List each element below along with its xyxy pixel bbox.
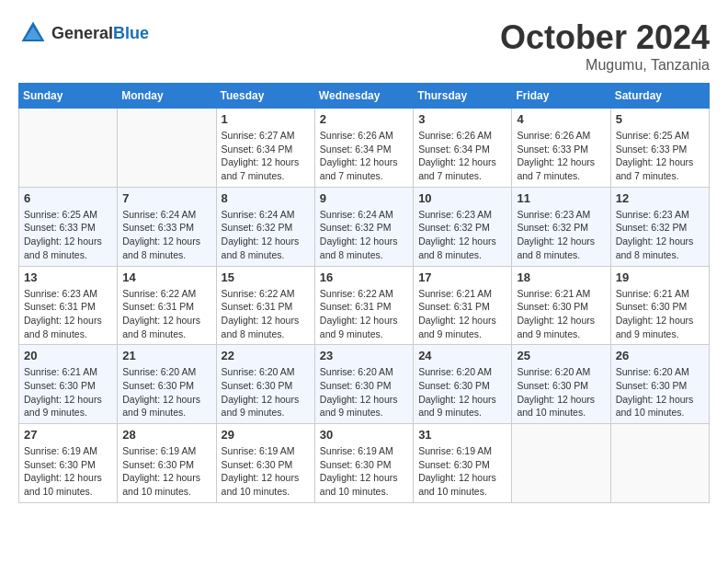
day-number: 9 [320,191,408,205]
weekday-header-tuesday: Tuesday [216,84,314,109]
calendar-day-cell: 26Sunrise: 6:20 AM Sunset: 6:30 PM Dayli… [610,345,709,424]
calendar-table: SundayMondayTuesdayWednesdayThursdayFrid… [18,83,710,503]
day-detail: Sunrise: 6:19 AM Sunset: 6:30 PM Dayligh… [122,444,210,499]
weekday-header-wednesday: Wednesday [314,84,413,109]
day-number: 28 [122,428,210,442]
day-detail: Sunrise: 6:23 AM Sunset: 6:32 PM Dayligh… [517,208,605,262]
day-number: 8 [222,191,310,205]
day-detail: Sunrise: 6:24 AM Sunset: 6:32 PM Dayligh… [222,208,310,262]
day-number: 25 [517,349,605,362]
day-detail: Sunrise: 6:21 AM Sunset: 6:30 PM Dayligh… [616,287,704,341]
calendar-day-cell: 4Sunrise: 6:26 AM Sunset: 6:33 PM Daylig… [512,109,610,188]
page-header: General Blue October 2024 Mugumu, Tanzan… [18,18,710,74]
calendar-day-cell: 11Sunrise: 6:23 AM Sunset: 6:32 PM Dayli… [512,187,610,266]
day-number: 17 [418,270,506,284]
title-section: October 2024 Mugumu, Tanzania [500,18,710,74]
day-number: 7 [122,191,210,205]
calendar-day-cell [512,424,610,503]
day-number: 18 [517,270,605,284]
logo-blue: Blue [113,24,149,43]
calendar-day-cell: 29Sunrise: 6:19 AM Sunset: 6:30 PM Dayli… [216,424,314,503]
calendar-day-cell: 15Sunrise: 6:22 AM Sunset: 6:31 PM Dayli… [216,266,314,345]
day-detail: Sunrise: 6:21 AM Sunset: 6:30 PM Dayligh… [24,365,112,419]
day-detail: Sunrise: 6:20 AM Sunset: 6:30 PM Dayligh… [517,365,605,419]
calendar-day-cell: 17Sunrise: 6:21 AM Sunset: 6:31 PM Dayli… [414,266,512,345]
calendar-day-cell: 10Sunrise: 6:23 AM Sunset: 6:32 PM Dayli… [414,187,512,266]
day-number: 15 [222,270,310,284]
calendar-week-row: 6Sunrise: 6:25 AM Sunset: 6:33 PM Daylig… [19,187,710,266]
day-number: 3 [418,112,506,126]
day-number: 1 [222,112,310,126]
calendar-week-row: 27Sunrise: 6:19 AM Sunset: 6:30 PM Dayli… [19,424,710,503]
calendar-day-cell: 9Sunrise: 6:24 AM Sunset: 6:32 PM Daylig… [314,187,413,266]
calendar-day-cell: 6Sunrise: 6:25 AM Sunset: 6:33 PM Daylig… [19,187,118,266]
day-number: 19 [616,270,704,284]
calendar-day-cell: 1Sunrise: 6:27 AM Sunset: 6:34 PM Daylig… [216,109,314,188]
day-number: 27 [24,428,112,442]
day-detail: Sunrise: 6:21 AM Sunset: 6:30 PM Dayligh… [517,287,605,341]
weekday-header-friday: Friday [512,84,610,109]
day-detail: Sunrise: 6:19 AM Sunset: 6:30 PM Dayligh… [418,444,506,499]
day-detail: Sunrise: 6:22 AM Sunset: 6:31 PM Dayligh… [122,287,210,341]
calendar-day-cell: 23Sunrise: 6:20 AM Sunset: 6:30 PM Dayli… [314,345,413,424]
calendar-day-cell: 20Sunrise: 6:21 AM Sunset: 6:30 PM Dayli… [19,345,118,424]
day-detail: Sunrise: 6:20 AM Sunset: 6:30 PM Dayligh… [122,365,210,419]
day-detail: Sunrise: 6:24 AM Sunset: 6:33 PM Dayligh… [122,208,210,262]
calendar-day-cell: 12Sunrise: 6:23 AM Sunset: 6:32 PM Dayli… [610,187,709,266]
day-number: 30 [320,428,408,442]
weekday-header-row: SundayMondayTuesdayWednesdayThursdayFrid… [19,84,710,109]
day-number: 21 [122,349,210,362]
day-number: 22 [222,349,310,362]
calendar-day-cell: 18Sunrise: 6:21 AM Sunset: 6:30 PM Dayli… [512,266,610,345]
calendar-week-row: 20Sunrise: 6:21 AM Sunset: 6:30 PM Dayli… [19,345,710,424]
calendar-day-cell: 28Sunrise: 6:19 AM Sunset: 6:30 PM Dayli… [118,424,216,503]
day-detail: Sunrise: 6:22 AM Sunset: 6:31 PM Dayligh… [320,287,408,341]
day-detail: Sunrise: 6:23 AM Sunset: 6:31 PM Dayligh… [24,287,112,341]
calendar-day-cell: 8Sunrise: 6:24 AM Sunset: 6:32 PM Daylig… [216,187,314,266]
day-number: 2 [320,112,408,126]
calendar-day-cell: 31Sunrise: 6:19 AM Sunset: 6:30 PM Dayli… [414,424,512,503]
calendar-week-row: 13Sunrise: 6:23 AM Sunset: 6:31 PM Dayli… [19,266,710,345]
day-detail: Sunrise: 6:22 AM Sunset: 6:31 PM Dayligh… [222,287,310,341]
day-number: 6 [24,191,112,205]
day-number: 16 [320,270,408,284]
day-detail: Sunrise: 6:20 AM Sunset: 6:30 PM Dayligh… [616,365,704,419]
calendar-day-cell [610,424,709,503]
logo: General Blue [18,18,149,48]
day-number: 13 [24,270,112,284]
calendar-day-cell: 13Sunrise: 6:23 AM Sunset: 6:31 PM Dayli… [19,266,118,345]
day-number: 5 [616,112,704,126]
calendar-day-cell: 25Sunrise: 6:20 AM Sunset: 6:30 PM Dayli… [512,345,610,424]
calendar-day-cell: 19Sunrise: 6:21 AM Sunset: 6:30 PM Dayli… [610,266,709,345]
day-detail: Sunrise: 6:26 AM Sunset: 6:34 PM Dayligh… [320,129,408,183]
day-detail: Sunrise: 6:25 AM Sunset: 6:33 PM Dayligh… [24,208,112,262]
day-detail: Sunrise: 6:19 AM Sunset: 6:30 PM Dayligh… [222,444,310,499]
day-number: 29 [222,428,310,442]
calendar-day-cell [118,109,216,188]
calendar-day-cell: 30Sunrise: 6:19 AM Sunset: 6:30 PM Dayli… [314,424,413,503]
logo-general: General [51,24,113,43]
calendar-day-cell [19,109,118,188]
day-detail: Sunrise: 6:20 AM Sunset: 6:30 PM Dayligh… [320,365,408,419]
weekday-header-saturday: Saturday [610,84,709,109]
day-number: 14 [122,270,210,284]
day-detail: Sunrise: 6:26 AM Sunset: 6:33 PM Dayligh… [517,129,605,183]
calendar-day-cell: 2Sunrise: 6:26 AM Sunset: 6:34 PM Daylig… [314,109,413,188]
calendar-day-cell: 5Sunrise: 6:25 AM Sunset: 6:33 PM Daylig… [610,109,709,188]
day-number: 31 [418,428,506,442]
day-detail: Sunrise: 6:26 AM Sunset: 6:34 PM Dayligh… [418,129,506,183]
day-detail: Sunrise: 6:20 AM Sunset: 6:30 PM Dayligh… [222,365,310,419]
day-number: 10 [418,191,506,205]
calendar-week-row: 1Sunrise: 6:27 AM Sunset: 6:34 PM Daylig… [19,109,710,188]
day-number: 12 [616,191,704,205]
month-title: October 2024 [500,18,710,57]
calendar-day-cell: 7Sunrise: 6:24 AM Sunset: 6:33 PM Daylig… [118,187,216,266]
calendar-day-cell: 24Sunrise: 6:20 AM Sunset: 6:30 PM Dayli… [414,345,512,424]
calendar-day-cell: 14Sunrise: 6:22 AM Sunset: 6:31 PM Dayli… [118,266,216,345]
day-detail: Sunrise: 6:23 AM Sunset: 6:32 PM Dayligh… [616,208,704,262]
day-detail: Sunrise: 6:19 AM Sunset: 6:30 PM Dayligh… [320,444,408,499]
day-number: 26 [616,349,704,362]
location-title: Mugumu, Tanzania [500,57,710,74]
calendar-day-cell: 27Sunrise: 6:19 AM Sunset: 6:30 PM Dayli… [19,424,118,503]
day-detail: Sunrise: 6:25 AM Sunset: 6:33 PM Dayligh… [616,129,704,183]
